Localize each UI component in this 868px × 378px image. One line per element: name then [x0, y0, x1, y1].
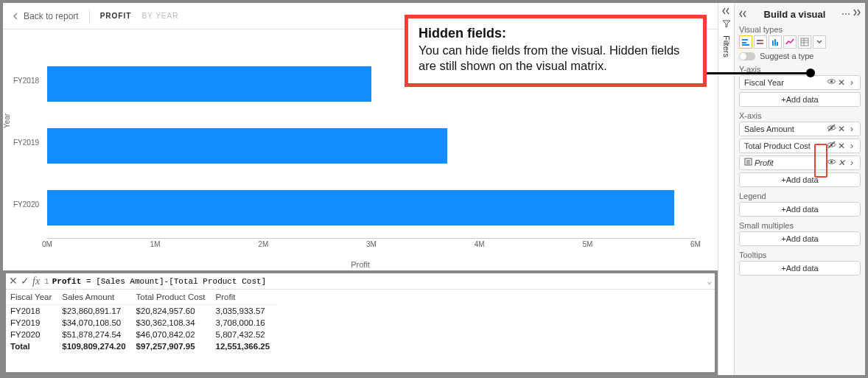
- column-header[interactable]: Fiscal Year: [7, 291, 59, 305]
- x-tick: 2M: [258, 240, 268, 248]
- cancel-icon[interactable]: ✕: [9, 275, 18, 287]
- bar[interactable]: [47, 66, 371, 102]
- more-icon[interactable]: ⋯: [841, 9, 850, 19]
- x-tick: 5M: [582, 240, 592, 248]
- bar-category-label: FY2019: [13, 139, 39, 147]
- x-tick: 3M: [366, 240, 377, 248]
- bar-category-label: FY2020: [13, 200, 39, 209]
- callout-connector-dot: [806, 69, 815, 77]
- table-row[interactable]: FY2018$23,860,891.17$20,824,957.603,035,…: [7, 305, 277, 318]
- fx-icon: fx: [32, 276, 40, 287]
- filters-pane-collapsed[interactable]: Filters: [718, 3, 734, 375]
- column-header[interactable]: Profit: [213, 291, 278, 305]
- eye-off-icon[interactable]: [826, 140, 836, 152]
- chip-label: Total Product Cost: [743, 141, 826, 150]
- eye-off-icon[interactable]: [826, 123, 836, 135]
- small-multiples-well: Small multiples +Add data: [739, 221, 861, 246]
- svg-rect-2: [742, 44, 749, 46]
- remove-icon[interactable]: ✕: [836, 141, 847, 151]
- collapse-pane-icon[interactable]: [739, 10, 748, 18]
- divider: [89, 10, 90, 23]
- chevron-left-icon: [12, 13, 19, 20]
- build-visual-pane: Build a visual ⋯ Visual types Suggest a …: [734, 3, 865, 375]
- measure-icon: [743, 158, 753, 168]
- field-chip[interactable]: Sales Amount✕›: [739, 122, 861, 136]
- back-label: Back to report: [24, 11, 79, 21]
- table-row[interactable]: FY2019$34,070,108.50$30,362,108.343,708,…: [7, 317, 277, 329]
- x-axis-well: X-axis Sales Amount✕›Total Product Cost✕…: [739, 111, 861, 187]
- line-chart-type[interactable]: [783, 35, 797, 49]
- table-row[interactable]: FY2020$51,878,274.54$46,070,842.025,807,…: [7, 329, 277, 340]
- x-axis-label-text: X-axis: [739, 111, 861, 120]
- legend-well: Legend +Add data: [739, 192, 861, 217]
- remove-icon[interactable]: ✕: [836, 158, 847, 168]
- expand-pane-icon[interactable]: [852, 9, 861, 16]
- expand-types-icon[interactable]: [813, 35, 826, 49]
- table-total-row: Total$109,809,274.20$97,257,907.9512,551…: [7, 340, 277, 352]
- formula-body: [Sales Amount]-[Total Product Cost]: [96, 277, 266, 286]
- svg-rect-10: [801, 38, 808, 46]
- chip-label: Profit: [753, 158, 826, 167]
- column-header[interactable]: Total Product Cost: [133, 291, 213, 305]
- callout-title: Hidden fields:: [419, 26, 693, 41]
- commit-icon[interactable]: ✓: [21, 275, 29, 287]
- svg-rect-7: [772, 41, 774, 46]
- x-tick: 4M: [475, 240, 485, 248]
- svg-line-16: [828, 125, 835, 131]
- chevron-right-icon[interactable]: ›: [847, 77, 857, 88]
- svg-rect-5: [757, 43, 759, 44]
- chevron-right-icon[interactable]: ›: [847, 124, 857, 134]
- svg-rect-3: [757, 40, 760, 41]
- bar[interactable]: [47, 190, 674, 225]
- chevron-right-icon[interactable]: ›: [847, 158, 857, 168]
- field-chip[interactable]: Total Product Cost✕›: [739, 139, 861, 153]
- x-tick: 0M: [42, 240, 52, 248]
- suggest-toggle[interactable]: [739, 52, 755, 60]
- breadcrumb-by-year[interactable]: BY YEAR: [141, 12, 178, 20]
- bar[interactable]: [47, 128, 447, 164]
- filters-label: Filters: [722, 35, 731, 57]
- svg-rect-8: [774, 39, 776, 46]
- field-chip[interactable]: Fiscal Year✕›: [739, 75, 861, 90]
- chevron-right-icon[interactable]: ›: [847, 141, 857, 151]
- formula-name: Profit: [52, 277, 82, 286]
- breadcrumb-profit[interactable]: PROFIT: [100, 12, 132, 20]
- formula-bar[interactable]: ✕ ✓ fx 1 Profit = [Sales Amount]-[Total …: [6, 273, 715, 290]
- callout-body: You can hide fields from the visual. Hid…: [419, 43, 693, 73]
- filter-icon: [722, 19, 731, 28]
- chevron-expand-icon[interactable]: [722, 7, 731, 15]
- remove-icon[interactable]: ✕: [836, 77, 847, 88]
- visual-types-label: Visual types: [739, 25, 861, 34]
- small-multiples-label: Small multiples: [739, 221, 861, 230]
- column-header[interactable]: Sales Amount: [59, 291, 133, 305]
- add-data-sm[interactable]: +Add data: [739, 231, 861, 246]
- svg-rect-0: [742, 39, 748, 41]
- tooltips-label: Tooltips: [739, 251, 861, 259]
- svg-rect-9: [777, 42, 778, 46]
- back-to-report-button[interactable]: Back to report: [12, 11, 79, 21]
- bar-row: FY2020: [47, 190, 696, 225]
- pane-title: Build a visual: [764, 9, 826, 20]
- stacked-bar-type[interactable]: [754, 35, 767, 49]
- chevron-down-icon[interactable]: ⌄: [707, 276, 712, 286]
- callout-connector: [707, 72, 810, 74]
- bar-chart-type[interactable]: [739, 35, 752, 49]
- line-number: 1: [44, 277, 49, 286]
- add-data-tooltips[interactable]: +Add data: [739, 261, 861, 276]
- add-data-yaxis[interactable]: +Add data: [739, 92, 861, 107]
- svg-line-18: [828, 141, 835, 148]
- field-chip[interactable]: Profit✕›: [739, 155, 861, 170]
- bar-category-label: FY2018: [13, 77, 39, 85]
- svg-point-23: [830, 161, 832, 163]
- eye-icon[interactable]: [826, 77, 836, 88]
- table-type[interactable]: [798, 35, 811, 49]
- remove-icon[interactable]: ✕: [836, 124, 847, 134]
- eye-icon[interactable]: [826, 157, 836, 169]
- add-data-legend[interactable]: +Add data: [739, 202, 861, 217]
- column-chart-type[interactable]: [769, 35, 782, 49]
- data-matrix: Fiscal YearSales AmountTotal Product Cos…: [7, 291, 277, 352]
- y-axis-label: Year: [3, 113, 11, 127]
- y-axis-well: Y-axis Fiscal Year✕› +Add data: [739, 65, 861, 107]
- add-data-xaxis[interactable]: +Add data: [739, 172, 861, 187]
- x-axis-label: Profit: [351, 260, 370, 269]
